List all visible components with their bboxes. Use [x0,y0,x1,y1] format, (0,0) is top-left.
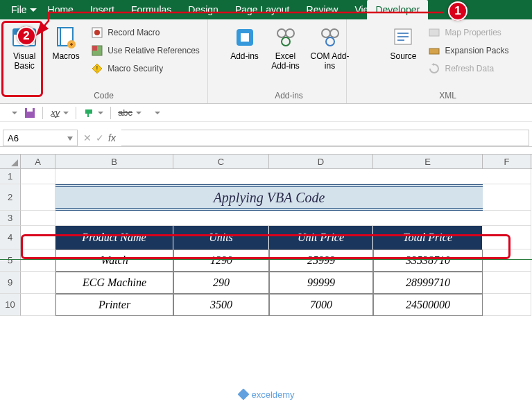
cell[interactable] [483,184,531,211]
macro-security-button[interactable]: ! Macro Security [88,61,203,76]
macros-label: Macros [52,51,79,61]
col-header-b[interactable]: B [55,155,173,168]
cell[interactable] [21,294,55,316]
data-cell[interactable]: ECG Machine [55,272,173,294]
fx-icon[interactable]: fx [108,132,116,143]
svg-rect-24 [429,49,439,54]
tab-developer[interactable]: Developer [367,0,428,19]
strikethrough[interactable]: abc [118,107,141,118]
com-addins-icon [318,25,343,50]
save-icon[interactable] [24,107,35,118]
tab-insert[interactable]: Insert [82,0,123,19]
cell[interactable] [483,294,531,316]
record-macro-label: Record Macro [108,28,160,37]
cell[interactable] [21,249,55,272]
select-all-corner[interactable] [0,155,21,168]
data-cell[interactable]: Watch [55,249,173,272]
formula-bar[interactable] [121,130,529,146]
data-cell[interactable]: 7000 [269,294,373,316]
format-painter[interactable] [83,107,103,118]
tab-home[interactable]: Home [40,0,82,19]
macros-icon [53,25,78,50]
svg-point-15 [282,37,290,46]
formula-bar-row: A6 ✕ ✓ fx [0,129,532,147]
header-unit-price[interactable]: Unit Price [269,226,373,249]
qat-menu[interactable] [6,107,17,118]
tab-view[interactable]: View [346,0,367,19]
cell[interactable] [21,226,55,249]
data-cell[interactable]: 290 [173,272,269,294]
header-product[interactable]: Product Name [55,226,173,249]
svg-point-13 [277,29,286,37]
data-cell[interactable]: 25999 [269,249,373,272]
spreadsheet-grid[interactable]: A B C D E F 1 2 Applying VBA Code 3 4 Pr… [0,154,532,316]
cell[interactable] [21,272,55,294]
row-header[interactable]: 10 [0,294,21,316]
excel-addins-button[interactable]: Excel Add-ins [265,22,307,71]
cell[interactable] [483,272,531,294]
title-cell[interactable]: Applying VBA Code [55,184,483,211]
cell[interactable] [55,211,531,226]
col-header-a[interactable]: A [21,155,55,168]
excel-addins-label: Excel Add-ins [266,51,305,71]
row-header[interactable]: 9 [0,272,21,294]
excel-addins-icon [273,25,298,50]
tab-review[interactable]: Review [298,0,347,19]
refresh-data-button: Refresh Data [425,61,511,76]
expansion-packs-button[interactable]: Expansion Packs [425,43,511,58]
watermark: exceldemy [237,389,294,400]
tab-file[interactable]: File [4,0,40,19]
cell[interactable] [21,169,55,184]
header-units[interactable]: Units [173,226,269,249]
cell[interactable] [483,249,531,272]
quick-access-toolbar: x͟y abc [0,104,532,122]
col-header-e[interactable]: E [373,155,483,168]
com-addins-button[interactable]: COM Add-ins [309,22,351,71]
xy-format[interactable]: x͟y [50,107,69,118]
row-header[interactable]: 1 [0,169,21,184]
row-header[interactable]: 5 [0,249,21,272]
data-cell[interactable]: 1290 [173,249,269,272]
use-relative-button[interactable]: Use Relative References [88,43,203,58]
use-relative-label: Use Relative References [108,46,200,55]
map-properties-label: Map Properties [445,28,501,37]
row-header[interactable]: 3 [0,211,21,226]
source-label: Source [390,51,416,61]
data-cell[interactable]: Printer [55,294,173,316]
map-properties-button: Map Properties [425,25,511,40]
record-macro-button[interactable]: Record Macro [88,25,203,40]
tab-page-layout[interactable]: Page Layout [227,0,298,19]
data-cell[interactable]: 33538710 [373,249,483,272]
expansion-packs-label: Expansion Packs [445,46,508,55]
col-header-c[interactable]: C [173,155,269,168]
source-button[interactable]: Source [384,22,422,61]
data-cell[interactable]: 28999710 [373,272,483,294]
refresh-data-label: Refresh Data [445,64,494,73]
group-label-addins: Add-ins [275,89,303,102]
use-relative-icon [91,44,103,57]
tab-formulas[interactable]: Formulas [123,0,180,19]
name-box[interactable]: A6 [3,130,78,146]
ribbon-group-xml: Source Map Properties Expansion Packs Re… [347,19,532,103]
data-cell[interactable]: 99999 [269,272,373,294]
row-header[interactable]: 4 [0,226,21,249]
qat-more[interactable] [148,107,160,118]
header-total-price[interactable]: Total Price [373,226,483,249]
group-label-xml: XML [439,89,456,102]
col-header-f[interactable]: F [483,155,531,168]
cell[interactable] [55,169,531,184]
col-header-d[interactable]: D [269,155,373,168]
data-cell[interactable]: 3500 [173,294,269,316]
data-cell[interactable]: 24500000 [373,294,483,316]
addins-button[interactable]: Add-ins [228,22,262,61]
cell[interactable] [21,211,55,226]
addins-label: Add-ins [230,51,259,61]
svg-rect-26 [27,108,33,112]
macro-security-label: Macro Security [108,64,163,73]
cancel-icon: ✕ [83,132,92,143]
row-header[interactable]: 2 [0,184,21,211]
cell[interactable] [483,226,531,249]
tab-design[interactable]: Design [180,0,227,19]
cell[interactable] [21,184,55,211]
macros-button[interactable]: Macros [46,22,85,61]
